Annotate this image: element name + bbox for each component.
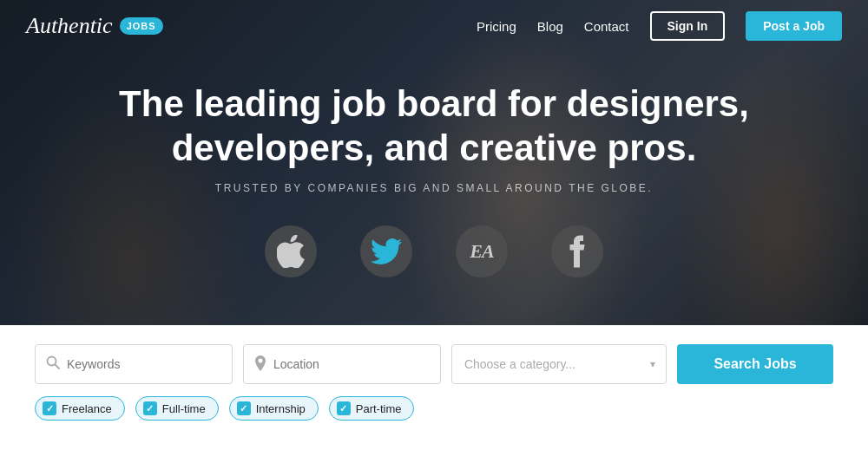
location-input-wrap bbox=[243, 344, 441, 384]
post-job-button[interactable]: Post a Job bbox=[746, 11, 842, 41]
category-select[interactable]: Choose a category... bbox=[464, 357, 657, 371]
keywords-input-wrap bbox=[35, 344, 233, 384]
facebook-logo bbox=[551, 225, 603, 277]
nav-blog[interactable]: Blog bbox=[537, 19, 563, 34]
category-select-wrap: Choose a category... ▾ bbox=[451, 344, 667, 384]
header-nav: Pricing Blog Contact Sign In Post a Job bbox=[477, 11, 842, 41]
parttime-label: Part-time bbox=[356, 402, 402, 415]
freelance-checkbox bbox=[43, 401, 56, 415]
parttime-checkbox bbox=[337, 401, 351, 415]
logo-text: Authentic bbox=[26, 13, 113, 39]
freelance-label: Freelance bbox=[62, 402, 112, 415]
ea-logo: EA bbox=[456, 225, 508, 277]
fulltime-label: Full-time bbox=[162, 402, 206, 415]
filter-fulltime[interactable]: Full-time bbox=[135, 396, 219, 421]
internship-label: Internship bbox=[256, 402, 306, 415]
search-jobs-button[interactable]: Search Jobs bbox=[677, 344, 833, 384]
logo-area: Authentic JOBS bbox=[26, 13, 163, 39]
company-logos: EA bbox=[265, 225, 603, 277]
signin-button[interactable]: Sign In bbox=[650, 11, 726, 41]
search-icon bbox=[46, 355, 60, 373]
hero-subtitle: TRUSTED BY COMPANIES BIG AND SMALL AROUN… bbox=[215, 182, 653, 194]
site-header: Authentic JOBS Pricing Blog Contact Sign… bbox=[0, 0, 868, 52]
jobs-badge: JOBS bbox=[120, 17, 163, 35]
filter-internship[interactable]: Internship bbox=[229, 396, 319, 421]
location-icon bbox=[254, 355, 266, 374]
ea-icon-text: EA bbox=[470, 240, 493, 263]
keywords-input[interactable] bbox=[67, 357, 221, 371]
twitter-logo bbox=[360, 225, 412, 277]
internship-checkbox bbox=[237, 401, 251, 415]
apple-logo bbox=[265, 225, 317, 277]
svg-line-1 bbox=[56, 365, 60, 369]
filter-parttime[interactable]: Part-time bbox=[329, 396, 415, 421]
nav-contact[interactable]: Contact bbox=[584, 19, 629, 34]
hero-section: Authentic JOBS Pricing Blog Contact Sign… bbox=[0, 0, 868, 325]
filter-row: Freelance Full-time Internship Part-time bbox=[35, 396, 833, 421]
hero-title: The leading job board for designers, dev… bbox=[95, 82, 773, 170]
search-row: Choose a category... ▾ Search Jobs bbox=[35, 344, 833, 384]
nav-pricing[interactable]: Pricing bbox=[477, 19, 516, 34]
search-section: Choose a category... ▾ Search Jobs Freel… bbox=[0, 325, 868, 450]
location-input[interactable] bbox=[273, 357, 430, 371]
filter-freelance[interactable]: Freelance bbox=[35, 396, 125, 421]
fulltime-checkbox bbox=[143, 401, 157, 415]
